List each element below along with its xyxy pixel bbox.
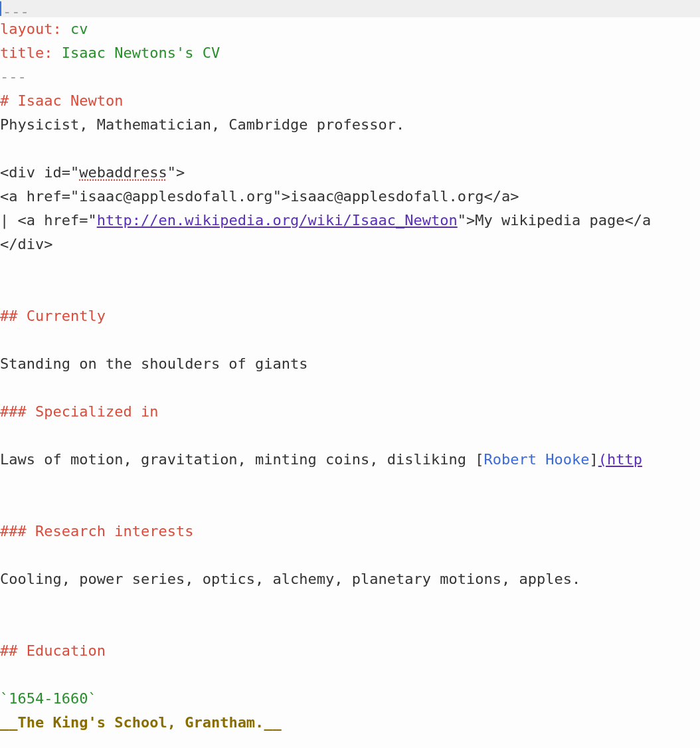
anchor2-mid: "> — [458, 212, 476, 229]
anchor1-text: isaac@applesdofall.org — [290, 188, 483, 205]
div-open-b: "> — [167, 164, 185, 181]
education-date-code: `1654-1660` — [0, 690, 97, 707]
anchor1-open: <a href=" — [0, 188, 79, 205]
anchor1-href: isaac@applesdofall.org — [79, 188, 272, 205]
subtitle-text: Physicist, Mathematician, Cambridge prof… — [0, 116, 404, 133]
h1-text: Isaac Newton — [18, 92, 124, 109]
code-area[interactable]: layout: cv title: Isaac Newtons's CV ---… — [0, 17, 700, 735]
frontmatter-hr-bottom: --- — [0, 68, 27, 85]
specialized-body-b: ] — [589, 451, 598, 468]
yaml-val-layout: cv — [62, 21, 88, 37]
h2-currently-text: Currently — [27, 308, 106, 324]
h3-research-text: Research interests — [35, 523, 193, 539]
h3-research-hash: ### — [0, 523, 35, 539]
anchor2-close: </a — [624, 212, 651, 229]
md-link-url[interactable]: (http — [598, 451, 642, 468]
research-body: Cooling, power series, optics, alchemy, … — [0, 571, 580, 587]
anchor2-href[interactable]: http://en.wikipedia.org/wiki/Isaac_Newto… — [97, 212, 458, 229]
h1-hash: # — [0, 92, 18, 109]
h3-specialized-text: Specialized in — [35, 403, 158, 420]
education-bold-close: __ — [264, 714, 282, 731]
yaml-val-title: Isaac Newtons's CV — [52, 45, 220, 61]
education-bold-text: The King's School, Grantham. — [18, 714, 264, 731]
text-cursor — [0, 1, 1, 16]
editor-viewport[interactable]: --- layout: cv title: Isaac Newtons's CV… — [0, 0, 700, 748]
anchor2-prefix: | <a href=" — [0, 212, 97, 229]
anchor1-close: </a> — [484, 188, 519, 205]
div-close: </div> — [0, 236, 52, 252]
education-bold-open: __ — [0, 714, 18, 731]
div-id-value: webaddress — [79, 164, 167, 181]
h2-currently-hash: ## — [0, 308, 27, 324]
h2-education-text: Education — [27, 642, 106, 659]
h3-specialized-hash: ### — [0, 403, 35, 420]
specialized-body-a: Laws of motion, gravitation, minting coi… — [0, 451, 483, 468]
yaml-key-title: title: — [0, 45, 52, 61]
currently-body: Standing on the shoulders of giants — [0, 355, 308, 372]
top-gray-bar: --- — [0, 0, 700, 17]
anchor2-text: My wikipedia page — [475, 212, 624, 229]
div-open-a: <div id=" — [0, 164, 79, 181]
anchor1-mid: "> — [273, 188, 291, 205]
yaml-key-layout: layout: — [0, 21, 62, 37]
h2-education-hash: ## — [0, 642, 27, 659]
md-link-text: Robert Hooke — [483, 451, 589, 468]
